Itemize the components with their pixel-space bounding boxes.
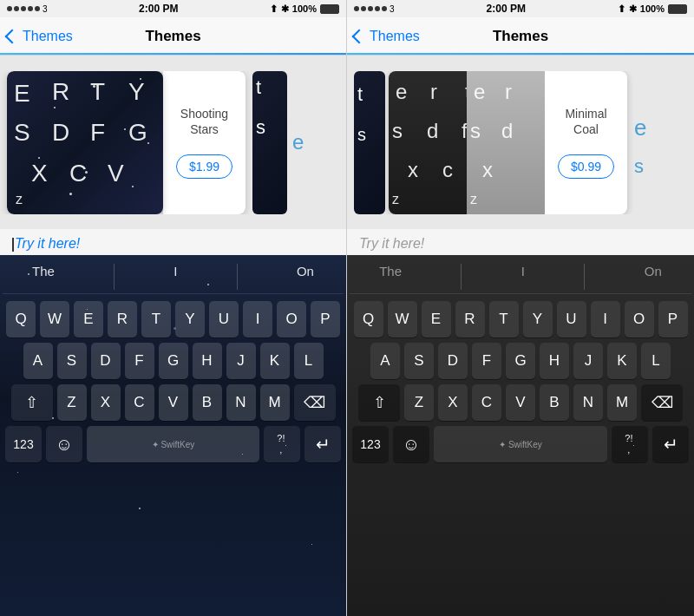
page-title-left: Themes bbox=[145, 28, 200, 45]
key-O-right[interactable]: O bbox=[625, 301, 654, 337]
key-Y-left[interactable]: Y bbox=[175, 301, 205, 337]
key-123-left[interactable]: 123 bbox=[5, 426, 42, 462]
preview-key-E: E bbox=[14, 80, 30, 108]
preview-key-Y: Y bbox=[128, 78, 145, 106]
key-G-right[interactable]: G bbox=[506, 343, 535, 379]
key-G-left[interactable]: G bbox=[159, 343, 188, 379]
blue-letter-s-right: s bbox=[632, 152, 650, 181]
key-Q-left[interactable]: Q bbox=[6, 301, 36, 337]
key-D-right[interactable]: D bbox=[438, 343, 468, 379]
key-J-right[interactable]: J bbox=[573, 343, 603, 379]
preview-key-G: G bbox=[128, 119, 147, 147]
key-R-right[interactable]: R bbox=[455, 301, 485, 337]
key-punct-left[interactable]: ?!,. bbox=[264, 426, 300, 462]
key-M-right[interactable]: M bbox=[607, 384, 637, 421]
key-A-right[interactable]: A bbox=[370, 343, 400, 379]
theme-card-shooting-stars[interactable]: E R T Y S D F G X C V z Shooting Stars $… bbox=[7, 71, 246, 214]
key-P-right[interactable]: P bbox=[658, 301, 688, 337]
key-D-left[interactable]: D bbox=[91, 343, 121, 379]
key-I-right[interactable]: I bbox=[591, 301, 620, 337]
key-N-right[interactable]: N bbox=[573, 384, 603, 421]
key-punct-right[interactable]: ?!,. bbox=[612, 426, 648, 462]
shooting-stars-price-btn[interactable]: $1.99 bbox=[176, 154, 232, 179]
key-B-right[interactable]: B bbox=[540, 384, 569, 421]
key-V-left[interactable]: V bbox=[159, 384, 188, 421]
key-shift-right[interactable]: ⇧ bbox=[358, 384, 400, 421]
key-H-left[interactable]: H bbox=[193, 343, 222, 379]
key-C-left[interactable]: C bbox=[125, 384, 154, 421]
key-F-right[interactable]: F bbox=[472, 343, 501, 379]
time-display-left: 2:00 PM bbox=[139, 3, 178, 15]
key-123-right[interactable]: 123 bbox=[352, 426, 389, 462]
key-T-left[interactable]: T bbox=[141, 301, 171, 337]
key-shift-left[interactable]: ⇧ bbox=[11, 384, 53, 421]
key-A-left[interactable]: A bbox=[23, 343, 53, 379]
key-emoji-left[interactable]: ☺ bbox=[46, 426, 82, 462]
key-O-left[interactable]: O bbox=[277, 301, 306, 337]
key-H-right[interactable]: H bbox=[540, 343, 569, 379]
preview-key-T: T bbox=[90, 78, 105, 106]
suggestion-on-left[interactable]: On bbox=[297, 264, 314, 290]
back-button-right[interactable]: Themes bbox=[354, 29, 420, 44]
try-it-section-right[interactable]: Try it here! bbox=[347, 229, 694, 255]
key-S-left[interactable]: S bbox=[57, 343, 87, 379]
key-backspace-right[interactable]: ⌫ bbox=[641, 384, 683, 421]
suggestion-i-right[interactable]: I bbox=[521, 264, 525, 290]
key-L-left[interactable]: L bbox=[294, 343, 324, 379]
grey-key-e: e bbox=[474, 80, 485, 104]
key-M-left[interactable]: M bbox=[260, 384, 290, 421]
key-E-left[interactable]: E bbox=[74, 301, 103, 337]
suggestion-on-right[interactable]: On bbox=[645, 264, 662, 290]
key-E-right[interactable]: E bbox=[422, 301, 451, 337]
key-L-right[interactable]: L bbox=[641, 343, 671, 379]
key-S-right[interactable]: S bbox=[404, 343, 434, 379]
key-Y-right[interactable]: Y bbox=[523, 301, 553, 337]
key-U-right[interactable]: U bbox=[557, 301, 586, 337]
suggestion-the-left[interactable]: The bbox=[32, 264, 55, 290]
key-emoji-right[interactable]: ☺ bbox=[393, 426, 429, 462]
key-V-right[interactable]: V bbox=[506, 384, 535, 421]
key-P-left[interactable]: P bbox=[311, 301, 340, 337]
key-J-left[interactable]: J bbox=[226, 343, 256, 379]
key-backspace-left[interactable]: ⌫ bbox=[294, 384, 336, 421]
key-K-right[interactable]: K bbox=[607, 343, 637, 379]
key-space-left[interactable]: ✦ SwiftKey bbox=[87, 426, 259, 462]
back-button-left[interactable]: Themes bbox=[7, 29, 73, 44]
key-N-left[interactable]: N bbox=[226, 384, 256, 421]
back-label-right[interactable]: Themes bbox=[370, 29, 420, 44]
key-return-left[interactable]: ↵ bbox=[304, 426, 341, 462]
partial-dark-card-right: t s bbox=[354, 71, 385, 214]
key-F-left[interactable]: F bbox=[125, 343, 154, 379]
key-I-left[interactable]: I bbox=[243, 301, 272, 337]
minimal-coal-price-btn[interactable]: $0.99 bbox=[558, 154, 614, 179]
key-space-right[interactable]: ✦ SwiftKey bbox=[434, 426, 607, 462]
suggestion-i-left[interactable]: I bbox=[174, 264, 177, 290]
right-status-left: ⬆ ✱ 100% bbox=[270, 3, 339, 15]
key-Z-right[interactable]: Z bbox=[404, 384, 434, 421]
key-Q-right[interactable]: Q bbox=[354, 301, 383, 337]
theme-carousel-right: t s e r t y s d f g x c v z bbox=[347, 56, 694, 229]
signal-dots bbox=[7, 6, 40, 11]
key-row-3-right: ⇧ Z X C V B N M ⌫ bbox=[350, 384, 691, 421]
shooting-stars-name: Shooting Stars bbox=[172, 106, 237, 137]
try-it-section-left[interactable]: Try it here! bbox=[0, 229, 346, 255]
key-B-left[interactable]: B bbox=[193, 384, 222, 421]
theme-card-minimal-coal[interactable]: e r t y s d f g x c v z e r s bbox=[389, 71, 627, 214]
key-C-right[interactable]: C bbox=[472, 384, 501, 421]
nav-bar-right: Themes Themes bbox=[347, 17, 694, 56]
try-it-cursor-left bbox=[12, 238, 14, 252]
key-K-left[interactable]: K bbox=[260, 343, 290, 379]
key-X-left[interactable]: X bbox=[91, 384, 121, 421]
suggestion-the-right[interactable]: The bbox=[379, 264, 402, 290]
key-U-left[interactable]: U bbox=[209, 301, 239, 337]
key-W-right[interactable]: W bbox=[388, 301, 417, 337]
key-Z-left[interactable]: Z bbox=[57, 384, 87, 421]
key-T-right[interactable]: T bbox=[489, 301, 519, 337]
shooting-stars-preview: E R T Y S D F G X C V z bbox=[7, 71, 163, 214]
back-label-left[interactable]: Themes bbox=[23, 29, 73, 44]
key-R-left[interactable]: R bbox=[108, 301, 137, 337]
suggestion-divider-r1 bbox=[461, 264, 462, 290]
key-X-right[interactable]: X bbox=[438, 384, 468, 421]
key-return-right[interactable]: ↵ bbox=[652, 426, 689, 462]
key-W-left[interactable]: W bbox=[40, 301, 69, 337]
